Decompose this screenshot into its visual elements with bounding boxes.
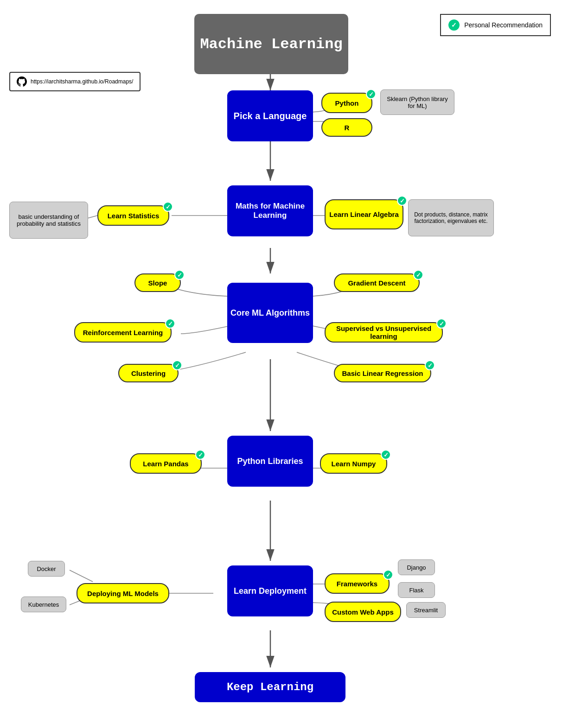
docker-node: Docker [28,561,65,577]
gradient-descent-check: ✓ [413,270,423,280]
pandas-check: ✓ [195,450,205,460]
kubernetes-node: Kubernetes [21,597,66,612]
rl-check: ✓ [165,318,175,329]
django-node: Django [398,559,435,575]
learn-numpy-node: ✓ Learn Numpy [320,453,387,474]
legend-box: ✓ Personal Recommendation [440,14,551,36]
learn-linear-algebra-node: ✓ Learn Linear Algebra [325,199,403,229]
flask-node: Flask [398,582,435,598]
core-ml-node: Core ML Algorithms [227,283,313,343]
clustering-node: ✓ Clustering [118,364,179,382]
r-node: R [321,118,372,137]
frameworks-check: ✓ [383,570,393,580]
frameworks-node: ✓ Frameworks [325,573,390,594]
streamlit-node: Streamlit [406,602,446,618]
python-check: ✓ [366,89,376,99]
learn-pandas-node: ✓ Learn Pandas [130,453,202,474]
sklearn-node: Sklearn (Python library for ML) [380,89,454,115]
learn-deployment-node: Learn Deployment [227,565,313,616]
github-icon [17,76,27,87]
reinforcement-learning-node: ✓ Reinforcement Learning [74,322,172,343]
python-libraries-node: Python Libraries [227,436,313,487]
supervised-check: ✓ [436,318,447,329]
learn-statistics-node: ✓ Learn Statistics [97,205,169,226]
legend-label: Personal Recommendation [464,21,543,29]
learn-statistics-check: ✓ [163,202,173,212]
pick-a-language-node: Pick a Language [227,90,313,141]
linear-algebra-check: ✓ [397,196,407,206]
basic-prob-node: basic understanding of probability and s… [9,202,88,239]
slope-check: ✓ [174,270,185,280]
machine-learning-title: Machine Learning [194,14,348,74]
deploying-ml-node: Deploying ML Models [77,583,169,603]
blr-check: ✓ [425,360,435,370]
linear-algebra-detail-node: Dot products, distance, matrix factoriza… [408,199,494,236]
github-url: https://iarchitsharma.github.io/Roadmaps… [31,78,133,85]
python-node: ✓ Python [321,93,372,113]
keep-learning-node: Keep Learning [195,672,345,702]
roadmap-container: ✓ Personal Recommendation https://iarchi… [0,0,588,711]
supervised-unsupervised-node: ✓ Supervised vs Unsupervised learning [325,322,443,343]
svg-line-8 [70,570,93,582]
github-box[interactable]: https://iarchitsharma.github.io/Roadmaps… [9,72,141,91]
clustering-check: ✓ [172,360,182,370]
numpy-check: ✓ [381,450,391,460]
gradient-descent-node: ✓ Gradient Descent [334,273,420,292]
custom-web-apps-node: Custom Web Apps [325,602,401,622]
slope-node: ✓ Slope [134,273,181,292]
basic-linear-regression-node: ✓ Basic Linear Regression [334,364,431,382]
maths-ml-node: Maths for Machine Learning [227,185,313,236]
legend-check-icon: ✓ [448,19,460,31]
